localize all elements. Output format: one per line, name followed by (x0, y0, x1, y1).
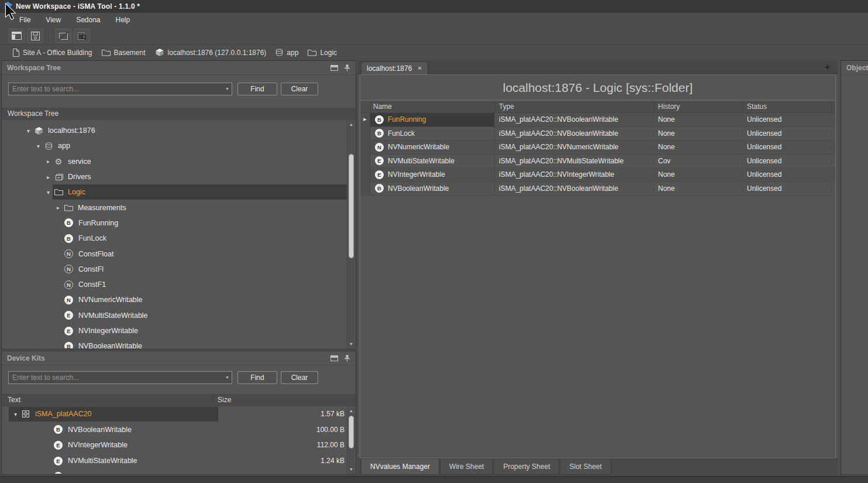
grid-row-nvbooleanwritable[interactable]: BNVBooleanWritable iSMA_platAAC20::NVBoo… (360, 182, 835, 196)
tree-item-service[interactable]: ⚙service (2, 154, 347, 169)
breadcrumb-item-app[interactable]: app (275, 49, 298, 57)
add-tab-button[interactable]: + (825, 60, 830, 74)
tree-column-header[interactable]: Workspace Tree (2, 108, 356, 120)
float-window-icon[interactable] (330, 65, 338, 71)
menu-view[interactable]: View (38, 13, 68, 27)
menu-sedona[interactable]: Sedona (68, 13, 108, 27)
cell-status: Unlicensed (743, 129, 832, 138)
expander-icon[interactable] (44, 158, 53, 165)
enum-badge-icon: E (64, 311, 73, 320)
menu-bar: File View Sedona Help (0, 13, 868, 27)
expander-icon[interactable] (34, 143, 43, 149)
wire-sheet-button[interactable] (55, 29, 71, 43)
menu-file[interactable]: File (12, 13, 38, 27)
tree-search-input[interactable] (8, 83, 232, 95)
kits-column-header[interactable]: Text Size (2, 394, 356, 406)
column-type[interactable]: Type (495, 101, 654, 112)
tab-localhost-1876[interactable]: localhost:1876 ✕ (361, 61, 428, 74)
tree-item-constf1[interactable]: NConstF1 (2, 277, 347, 292)
column-status[interactable]: Status (743, 101, 832, 112)
tree-item-label: app (58, 142, 70, 150)
tree-clear-button[interactable]: Clear (281, 83, 318, 95)
tree-item-constfloat[interactable]: NConstFloat (2, 246, 347, 261)
menu-help[interactable]: Help (108, 13, 138, 27)
grid-row-nvmultistatewritable[interactable]: ENVMultiStateWritable iSMA_platAAC20::NV… (360, 155, 835, 169)
breadcrumb-label: localhost:1876 (127.0.0.1:1876) (168, 49, 267, 57)
column-size[interactable]: Size (212, 395, 356, 406)
tree-item-logic[interactable]: Logic (2, 184, 347, 200)
object-properties-panel: Object Properties (841, 60, 868, 475)
column-history[interactable]: History (654, 101, 743, 112)
expander-icon[interactable] (44, 189, 53, 196)
row-selector[interactable] (360, 127, 370, 141)
expander-icon[interactable] (54, 204, 63, 211)
row-selector[interactable] (360, 182, 370, 196)
column-name[interactable]: Name (370, 101, 495, 112)
kit-row-nvnumericwritable[interactable]: NNVNumericWritable120.00 B (2, 468, 347, 474)
chevron-down-icon[interactable]: ▼ (225, 83, 229, 95)
row-selector[interactable] (360, 141, 370, 154)
tree-item-constfl[interactable]: NConstFl (2, 262, 347, 277)
kits-scrollbar[interactable]: ▲ ▼ (347, 406, 355, 474)
boolean-badge-icon: B (64, 234, 73, 243)
new-view-button[interactable] (8, 29, 25, 43)
grid-row-nvintegerwritable[interactable]: ENVIntegerWritable iSMA_platAAC20::NVInt… (360, 168, 835, 182)
tree-item-label: Drivers (68, 173, 91, 181)
expander-icon[interactable] (44, 174, 53, 180)
tree-scrollbar[interactable]: ▲ ▼ (347, 120, 355, 348)
tree-item-nvmultistatewritable[interactable]: ENVMultiStateWritable (2, 308, 347, 323)
tab-slot-sheet[interactable]: Slot Sheet (560, 459, 611, 475)
row-selector[interactable] (360, 155, 370, 168)
column-text[interactable]: Text (2, 395, 212, 406)
window-title: New Workspace - iSMA Tool - 1.1.0 * (16, 0, 140, 13)
expander-icon[interactable] (24, 128, 33, 134)
row-selector[interactable] (360, 168, 370, 181)
tree-item-label: NVIntegerWritable (78, 327, 138, 335)
kit-row-nvintegerwritable[interactable]: ENVIntegerWritable112.00 B (2, 437, 347, 453)
tree-item-nvbooleanwritable[interactable]: BNVBooleanWritable (2, 338, 347, 348)
cell-name: NVIntegerWritable (388, 170, 445, 179)
scroll-up-icon[interactable]: ▲ (347, 409, 355, 413)
kit-row-nvmultistatewritable[interactable]: ENVMultiStateWritable1.24 kB (2, 453, 347, 469)
kit-row-plataac20[interactable]: iSMA_platAAC201.57 kB (2, 406, 347, 422)
grid-row-funlock[interactable]: BFunLock iSMA_platAAC20::NVBooleanWritab… (360, 127, 835, 141)
row-selector[interactable]: ▶ (360, 113, 370, 126)
tree-item-drivers[interactable]: Drivers (2, 169, 347, 184)
expander-icon[interactable] (11, 411, 20, 417)
grid-row-nvnumericwritable[interactable]: NNVNumericWritable iSMA_platAAC20::NVNum… (360, 141, 835, 155)
pin-icon[interactable] (344, 355, 350, 362)
chevron-down-icon[interactable]: ▼ (225, 371, 229, 384)
scrollbar-thumb[interactable] (349, 416, 354, 448)
tab-nvvalues-manager[interactable]: NVvalues Manager (361, 459, 439, 475)
tree-item-funrunning[interactable]: BFunRunning (2, 215, 347, 231)
kit-size: 1.24 kB (321, 457, 345, 465)
kit-row-nvbooleanwritable[interactable]: BNVBooleanWritable100.00 B (2, 422, 347, 438)
tree-item-nvnumericwritable[interactable]: NNVNumericWritable (2, 292, 347, 307)
pin-icon[interactable] (344, 64, 350, 71)
float-window-icon[interactable] (330, 355, 338, 361)
breadcrumb-item-logic[interactable]: Logic (308, 49, 337, 57)
scroll-up-icon[interactable]: ▲ (347, 122, 355, 126)
scroll-down-icon[interactable]: ▼ (347, 467, 355, 471)
tree-item-funlock[interactable]: BFunLock (2, 231, 347, 246)
grid-row-funrunning[interactable]: ▶ BFunRunning iSMA_platAAC20::NVBooleanW… (360, 113, 835, 127)
tree-item-app[interactable]: app (2, 138, 347, 153)
tree-item-measurements[interactable]: Measurements (2, 200, 347, 215)
save-workspace-button[interactable] (27, 29, 43, 43)
tab-wire-sheet[interactable]: Wire Sheet (440, 459, 493, 475)
tree-find-button[interactable]: Find (237, 83, 277, 95)
breadcrumb-item-site[interactable]: Site A - Office Building (12, 49, 92, 57)
scroll-down-icon[interactable]: ▼ (347, 342, 355, 346)
tree-item-nvintegerwritable[interactable]: ENVIntegerWritable (2, 323, 347, 338)
kits-find-button[interactable]: Find (237, 371, 277, 384)
breadcrumb-item-basement[interactable]: Basement (102, 49, 146, 57)
tree-item-label: service (68, 157, 91, 166)
close-icon[interactable]: ✕ (417, 65, 422, 71)
kits-search-input[interactable] (8, 371, 232, 384)
kits-clear-button[interactable]: Clear (281, 371, 318, 384)
scrollbar-thumb[interactable] (349, 154, 354, 258)
tree-item-localhost[interactable]: localhost:1876 (2, 123, 347, 138)
tab-property-sheet[interactable]: Property Sheet (494, 459, 559, 475)
kit-manager-button[interactable] (74, 29, 90, 43)
breadcrumb-item-device[interactable]: localhost:1876 (127.0.0.1:1876) (155, 48, 267, 57)
